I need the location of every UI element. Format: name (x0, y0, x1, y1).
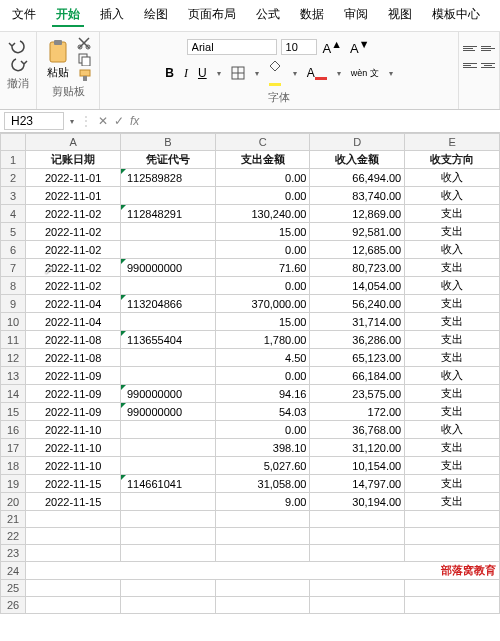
cell[interactable] (121, 277, 216, 295)
cell[interactable]: 支出金额 (215, 151, 310, 169)
cell[interactable]: 2022-11-02 (26, 223, 121, 241)
col-header[interactable]: E (405, 134, 500, 151)
menu-insert[interactable]: 插入 (96, 4, 128, 27)
copy-icon[interactable] (77, 52, 93, 66)
cell[interactable] (26, 597, 121, 614)
cell[interactable] (215, 545, 310, 562)
row-header[interactable]: 25 (1, 580, 26, 597)
row-header[interactable]: 4 (1, 205, 26, 223)
confirm-formula-icon[interactable]: ✓ (114, 114, 124, 128)
paste-button[interactable]: 粘贴 (43, 37, 73, 82)
cell[interactable] (310, 511, 405, 528)
cell[interactable]: 收入 (405, 421, 500, 439)
cell[interactable]: 2022-11-15 (26, 475, 121, 493)
row-header[interactable]: 9 (1, 295, 26, 313)
cancel-formula-icon[interactable]: ✕ (98, 114, 108, 128)
row-header[interactable]: 26 (1, 597, 26, 614)
redo-icon[interactable] (8, 56, 28, 72)
cell[interactable]: 113204866 (121, 295, 216, 313)
menu-data[interactable]: 数据 (296, 4, 328, 27)
underline-button[interactable]: U (196, 66, 209, 80)
cell[interactable]: 12,869.00 (310, 205, 405, 223)
menu-home[interactable]: 开始 (52, 4, 84, 27)
cell[interactable]: 14,797.00 (310, 475, 405, 493)
row-header[interactable]: 22 (1, 528, 26, 545)
cell[interactable]: 92,581.00 (310, 223, 405, 241)
cell[interactable]: 23,575.00 (310, 385, 405, 403)
cell[interactable]: 114661041 (121, 475, 216, 493)
cell[interactable]: 支出 (405, 259, 500, 277)
cell[interactable]: 支出 (405, 205, 500, 223)
cell[interactable] (405, 597, 500, 614)
cell[interactable]: 凭证代号 (121, 151, 216, 169)
cell[interactable] (310, 528, 405, 545)
menu-view[interactable]: 视图 (384, 4, 416, 27)
cell[interactable]: 收入 (405, 277, 500, 295)
cell[interactable]: 10,154.00 (310, 457, 405, 475)
cell[interactable] (310, 580, 405, 597)
cell[interactable]: 支出 (405, 403, 500, 421)
row-header[interactable]: 19 (1, 475, 26, 493)
cell[interactable] (405, 580, 500, 597)
menu-template[interactable]: 模板中心 (428, 4, 484, 27)
cell[interactable]: 56,240.00 (310, 295, 405, 313)
cell[interactable]: 2022-11-04 (26, 295, 121, 313)
undo-icon[interactable] (8, 38, 28, 54)
cell[interactable] (215, 528, 310, 545)
cell[interactable] (121, 187, 216, 205)
cell[interactable] (121, 511, 216, 528)
cell[interactable]: 80,723.00 (310, 259, 405, 277)
increase-font-icon[interactable]: A▲ (321, 38, 344, 56)
cell[interactable]: 5,027.60 (215, 457, 310, 475)
row-header[interactable]: 16 (1, 421, 26, 439)
format-painter-icon[interactable] (77, 68, 93, 82)
font-name-select[interactable] (187, 39, 277, 55)
cell[interactable] (121, 241, 216, 259)
cell[interactable] (121, 313, 216, 331)
cell[interactable]: 31,058.00 (215, 475, 310, 493)
row-header[interactable]: 14 (1, 385, 26, 403)
cell[interactable]: 112848291 (121, 205, 216, 223)
cell[interactable]: 0.00 (215, 241, 310, 259)
select-all-corner[interactable] (1, 134, 26, 151)
cell[interactable] (121, 597, 216, 614)
cell[interactable]: 990000000 (121, 385, 216, 403)
row-header[interactable]: 17 (1, 439, 26, 457)
cell[interactable]: 2022-11-02 (26, 241, 121, 259)
cell[interactable]: 2022-11-08 (26, 331, 121, 349)
cell[interactable]: 收支方向 (405, 151, 500, 169)
row-header[interactable]: 24 (1, 562, 26, 580)
row-header[interactable]: 5 (1, 223, 26, 241)
italic-button[interactable]: I (182, 66, 190, 81)
align-center-icon[interactable] (481, 53, 495, 68)
menu-formula[interactable]: 公式 (252, 4, 284, 27)
cell[interactable]: 14,054.00 (310, 277, 405, 295)
cell[interactable]: 收入 (405, 169, 500, 187)
cell[interactable] (121, 349, 216, 367)
cell[interactable]: 2022-11-02 (26, 277, 121, 295)
cell[interactable] (310, 597, 405, 614)
row-header[interactable]: 15 (1, 403, 26, 421)
cell[interactable] (121, 439, 216, 457)
row-header[interactable]: 18 (1, 457, 26, 475)
decrease-font-icon[interactable]: A▼ (348, 38, 371, 56)
cell[interactable]: 990000000 (121, 403, 216, 421)
cell[interactable]: 83,740.00 (310, 187, 405, 205)
cell[interactable]: 0.00 (215, 421, 310, 439)
cell[interactable] (405, 545, 500, 562)
cell[interactable]: 172.00 (310, 403, 405, 421)
cell[interactable] (121, 421, 216, 439)
cell[interactable]: 15.00 (215, 313, 310, 331)
cell[interactable]: 94.16 (215, 385, 310, 403)
cell[interactable]: 130,240.00 (215, 205, 310, 223)
cell[interactable] (121, 580, 216, 597)
row-header[interactable]: 8 (1, 277, 26, 295)
cell[interactable] (121, 457, 216, 475)
cell[interactable] (26, 511, 121, 528)
cell[interactable]: 2022-11-10 (26, 457, 121, 475)
cell[interactable]: 398.10 (215, 439, 310, 457)
cell[interactable]: 2022-11-02 (26, 259, 121, 277)
cell[interactable]: 收入 (405, 367, 500, 385)
align-top-icon[interactable] (463, 36, 477, 51)
menu-draw[interactable]: 绘图 (140, 4, 172, 27)
